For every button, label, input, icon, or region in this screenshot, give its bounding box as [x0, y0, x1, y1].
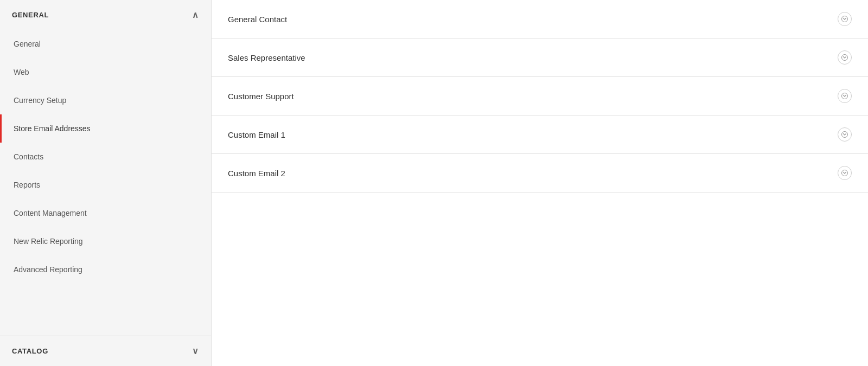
svg-point-2: [842, 93, 848, 99]
sidebar-item-content-management[interactable]: Content Management: [0, 199, 211, 227]
accordion-customer-support[interactable]: Customer Support: [212, 77, 868, 115]
accordion-sales-representative-label: Sales Representative: [228, 53, 305, 62]
sidebar: GENERAL ∧ General Web Currency Setup Sto…: [0, 0, 212, 366]
accordion-sales-representative[interactable]: Sales Representative: [212, 38, 868, 77]
svg-point-0: [842, 16, 848, 22]
accordion-custom-email-1-chevron[interactable]: [838, 127, 852, 142]
sidebar-item-web[interactable]: Web: [0, 58, 211, 86]
sidebar-section-general-label: GENERAL: [12, 11, 49, 19]
accordion-custom-email-1-label: Custom Email 1: [228, 130, 285, 139]
sidebar-section-catalog[interactable]: CATALOG ∨: [0, 336, 211, 366]
accordion-custom-email-2-chevron[interactable]: [838, 166, 852, 180]
accordion-custom-email-2-label: Custom Email 2: [228, 169, 285, 178]
sidebar-item-general[interactable]: General: [0, 30, 211, 58]
svg-point-3: [842, 132, 848, 138]
accordion-general-contact-chevron[interactable]: [838, 12, 852, 26]
sidebar-section-catalog-label: CATALOG: [12, 347, 48, 355]
accordion-customer-support-label: Customer Support: [228, 92, 294, 101]
main-content: General Contact Sales Representative Cus…: [212, 0, 868, 366]
accordion-general-contact-label: General Contact: [228, 15, 287, 24]
accordion-custom-email-1[interactable]: Custom Email 1: [212, 115, 868, 154]
accordion-sales-representative-chevron[interactable]: [838, 50, 852, 65]
sidebar-item-new-relic-reporting[interactable]: New Relic Reporting: [0, 227, 211, 255]
sidebar-section-general[interactable]: GENERAL ∧: [0, 0, 211, 30]
sidebar-item-reports[interactable]: Reports: [0, 171, 211, 199]
svg-point-1: [842, 55, 848, 61]
accordion-custom-email-2[interactable]: Custom Email 2: [212, 154, 868, 192]
sidebar-item-advanced-reporting[interactable]: Advanced Reporting: [0, 255, 211, 284]
accordion-customer-support-chevron[interactable]: [838, 89, 852, 103]
sidebar-section-catalog-chevron: ∨: [192, 346, 199, 356]
sidebar-item-store-email-addresses[interactable]: Store Email Addresses: [0, 114, 211, 143]
sidebar-item-currency-setup[interactable]: Currency Setup: [0, 86, 211, 114]
sidebar-section-general-chevron: ∧: [192, 10, 199, 20]
sidebar-item-contacts[interactable]: Contacts: [0, 143, 211, 171]
accordion-general-contact[interactable]: General Contact: [212, 0, 868, 38]
svg-point-4: [842, 170, 848, 176]
